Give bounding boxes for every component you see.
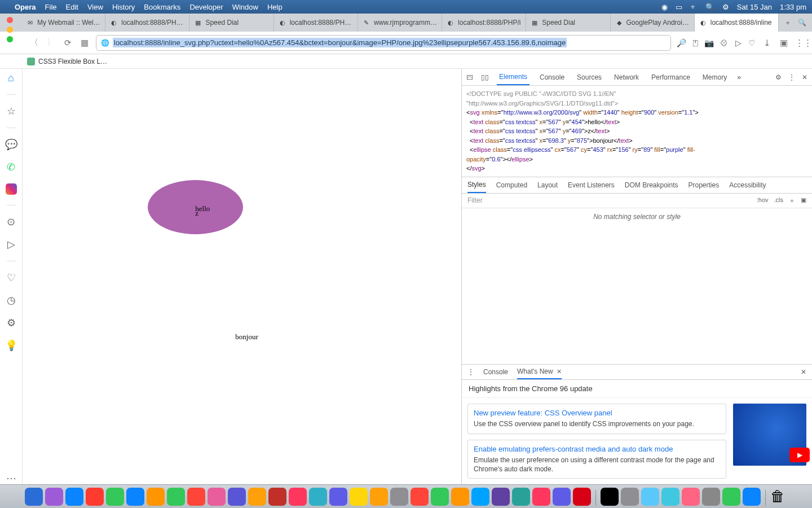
devtools-tab-memory[interactable]: Memory [700,69,729,85]
text2-line[interactable]: <text class="css textcss" x="567" y="469… [466,126,807,136]
dock-app[interactable] [411,488,429,506]
devtools-close-icon[interactable]: ✕ [802,73,807,81]
menubar-date[interactable]: Sat 15 Jan [737,3,772,11]
devtools-settings-icon[interactable]: ⚙ [775,73,782,81]
dock-app[interactable] [370,488,388,506]
styles-tab[interactable]: Styles [467,177,486,193]
menubar-time[interactable]: 1:33 pm [780,3,806,11]
dock-app[interactable] [228,488,246,506]
send-icon[interactable]: ▷ [735,38,742,47]
browser-tab[interactable]: ▦Speed Dial [189,14,273,32]
whatsapp-icon[interactable]: ✆ [7,161,15,173]
hov-toggle[interactable]: :hov [757,196,769,205]
tab-search-icon[interactable]: 🔍 [798,19,806,27]
downloads-icon[interactable]: ⤓ [761,38,773,48]
devtools-tab-console[interactable]: Console [537,69,567,85]
dock-app[interactable] [268,488,286,506]
browser-tab[interactable]: ◐localhost:8888/PHP/c [105,14,189,32]
history-icon[interactable]: ◷ [7,294,16,306]
new-style-rule-icon[interactable]: ＋ [789,196,795,205]
dock-app[interactable] [25,488,43,506]
minimize-window-button[interactable] [7,27,13,33]
spotlight-icon[interactable]: 🔍 [705,3,714,11]
dock-app[interactable] [512,488,530,506]
close-window-button[interactable] [7,17,13,23]
text1-line[interactable]: <text class="css textcss" x="567" y="454… [466,117,807,127]
dock-app[interactable] [390,488,408,506]
new-tab-button[interactable]: ＋ [784,18,791,28]
sidebar-more-icon[interactable]: ⋯ [6,472,16,484]
pinboards-icon[interactable]: ♡ [7,271,16,284]
forward-button[interactable]: 〉 [45,37,56,48]
drawer-close-icon[interactable]: ✕ [801,368,806,376]
instagram-icon[interactable] [6,183,17,195]
dock-app[interactable] [248,488,266,506]
messenger-icon[interactable]: 💬 [5,138,17,151]
easy-setup-icon[interactable]: ⋮⋮ [795,38,806,48]
computed-tab[interactable]: Computed [496,177,527,193]
dock-app[interactable] [641,488,659,506]
reload-button[interactable]: ⟳ [62,38,73,48]
ellipse-line[interactable]: <ellipse class="css ellipsecss" cx="567"… [466,145,807,164]
dock-app[interactable] [722,488,740,506]
menu-history[interactable]: History [112,3,135,11]
dock-app[interactable] [573,488,591,506]
snapshot-icon[interactable]: 📷 [704,38,714,47]
drawer-console-tab[interactable]: Console [483,365,508,379]
close-icon[interactable]: ✕ [557,368,562,375]
start-page-icon[interactable]: ▦ [79,38,90,48]
dock-app[interactable] [553,488,571,506]
dock-app[interactable] [329,488,347,506]
url-field[interactable]: 🌐 localhost:8888/inline_svg.php?uctext=h… [96,35,671,51]
menu-view[interactable]: View [87,3,103,11]
dock-app[interactable] [309,488,327,506]
dock-app[interactable] [106,488,124,506]
svg-close-line[interactable]: </svg> [466,164,807,173]
svg-open-line[interactable]: <svg xmlns="http://www.w3.org/2000/svg" … [466,108,807,117]
search-in-page-icon[interactable]: 🔎 [677,38,686,47]
browser-tab[interactable]: ◆GooglePlay AndroidAp [611,14,695,32]
device-toggle-icon[interactable]: ▯▯ [481,73,489,81]
control-center-icon[interactable]: ⚙ [722,3,729,11]
text3-line[interactable]: <text class="css textcss" x="698.3" y="8… [466,136,807,146]
play-icon[interactable]: ▶ [789,448,810,462]
drawer-whatsnew-tab[interactable]: What's New✕ [517,365,562,379]
eventlisteners-tab[interactable]: Event Listeners [568,177,615,193]
devtools-source-view[interactable]: <!DOCTYPE svg PUBLIC "-//W3C//DTD SVG 1.… [462,86,812,177]
styles-pane-toggle-icon[interactable]: ▣ [801,196,806,205]
translate-icon[interactable]: ⍞ [693,38,698,47]
bookmark-item[interactable]: CSS3 Flexible Box L… [38,58,107,65]
dock-app[interactable] [532,488,550,506]
home-icon[interactable]: ⌂ [8,72,14,84]
whatsnew-card-title[interactable]: New preview feature: CSS Overview panel [474,409,720,417]
layout-tab[interactable]: Layout [537,177,558,193]
trash-icon[interactable]: 🗑 [770,488,787,506]
browser-tab[interactable]: ▦Speed Dial [526,14,610,32]
extensions-icon[interactable]: ▣ [778,38,789,48]
dock-app[interactable] [621,488,639,506]
dock-app[interactable] [167,488,185,506]
dock-app[interactable] [451,488,469,506]
properties-tab[interactable]: Properties [689,177,720,193]
dock-app[interactable] [187,488,205,506]
browser-tab[interactable]: ✉My Webmail :: Welco [21,14,105,32]
dock-app[interactable] [471,488,489,506]
drawer-menu-icon[interactable]: ⋮ [467,368,474,376]
whatsnew-card-title[interactable]: Enable emulating prefers-contrast media … [474,445,720,453]
browser-tab[interactable]: ◐localhost:8888/PHP/c [274,14,358,32]
styles-filter-input[interactable]: Filter [467,196,483,204]
dock-app[interactable] [86,488,104,506]
devtools-tab-elements[interactable]: Elements [497,69,529,85]
back-button[interactable]: 〈 [28,37,39,48]
dock-app[interactable] [431,488,449,506]
dock-app[interactable] [350,488,368,506]
menubar-app[interactable]: Opera [15,3,36,11]
devtools-tab-sources[interactable]: Sources [575,69,604,85]
battery-icon[interactable]: ▭ [676,3,682,11]
whatsnew-video-thumb[interactable]: ▶ [733,404,806,466]
dock-app[interactable] [743,488,761,506]
zoom-window-button[interactable] [7,36,13,42]
menu-help[interactable]: Help [267,3,283,11]
menu-file[interactable]: File [45,3,57,11]
record-icon[interactable]: ◉ [661,3,668,11]
